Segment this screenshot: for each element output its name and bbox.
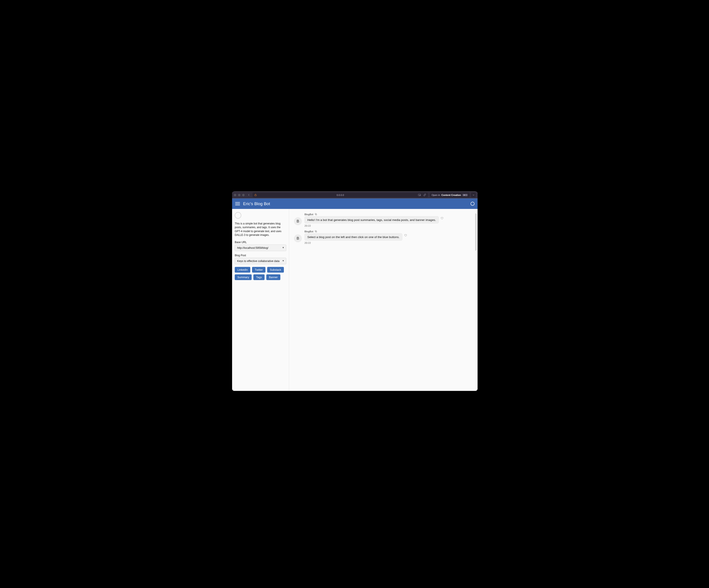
app-title: Eric's Blog Bot xyxy=(243,201,270,206)
menu-icon[interactable] xyxy=(235,201,240,206)
copy-icon[interactable] xyxy=(315,213,317,216)
sidebar-description: This is a simple bot that generates blog… xyxy=(235,222,286,237)
message-bubble: Select a blog post on the left and then … xyxy=(305,233,402,241)
url-text: 0.0.0.0 xyxy=(337,194,344,196)
status-ring-icon[interactable] xyxy=(471,202,474,206)
minimize-dot-icon[interactable] xyxy=(238,194,240,196)
base-url-select[interactable]: http://localhost:5959/blog/ xyxy=(235,245,286,251)
os-titlebar: 0.0.0.0 Open in Content Creation ⌘O xyxy=(232,191,478,199)
heart-icon[interactable] xyxy=(441,217,443,220)
window-controls[interactable] xyxy=(234,194,244,196)
zoom-dot-icon[interactable] xyxy=(242,194,244,196)
open-in-prefix: Open in xyxy=(431,194,440,196)
url-box[interactable]: 0.0.0.0 xyxy=(253,193,428,198)
back-button[interactable] xyxy=(247,194,250,197)
close-dot-icon[interactable] xyxy=(234,194,236,196)
link-icon[interactable] xyxy=(423,194,426,197)
open-in-dropdown[interactable] xyxy=(471,193,476,198)
chat-message: B BlogBot Select a blog post on the left… xyxy=(294,230,473,244)
chat-panel: B BlogBot Hello! I'm a bot that generate… xyxy=(289,209,478,391)
app-window: 0.0.0.0 Open in Content Creation ⌘O xyxy=(232,191,478,391)
message-author: BlogBot xyxy=(305,213,313,216)
insecure-lock-icon xyxy=(254,194,257,196)
scrollbar[interactable] xyxy=(475,213,477,251)
sidebar-avatar-icon xyxy=(235,212,241,219)
summary-button[interactable]: Summary xyxy=(235,274,252,280)
svg-rect-0 xyxy=(255,195,257,196)
message-avatar: B xyxy=(294,218,302,225)
tags-button[interactable]: Tags xyxy=(253,274,264,280)
sidebar: This is a simple bot that generates blog… xyxy=(232,209,289,391)
blog-post-select[interactable]: Keys to effective collaborative data sci… xyxy=(235,258,286,264)
message-time: 20:22 xyxy=(305,225,443,227)
copy-icon[interactable] xyxy=(315,230,317,233)
message-time: 20:22 xyxy=(305,241,407,244)
substack-button[interactable]: Substack xyxy=(267,267,284,273)
blog-post-label: Blog Post xyxy=(235,254,286,257)
svg-rect-2 xyxy=(419,195,420,196)
open-in-target: Content Creation xyxy=(441,194,461,196)
message-bubble: Hello! I'm a bot that generates blog pos… xyxy=(305,216,439,224)
base-url-label: Base URL xyxy=(235,240,286,244)
linkedin-button[interactable]: LinkedIn xyxy=(235,267,250,273)
banner-button[interactable]: Banner xyxy=(266,274,280,280)
app-body: This is a simple bot that generates blog… xyxy=(232,209,478,391)
picture-in-picture-icon[interactable] xyxy=(418,194,421,197)
app-header: Eric's Blog Bot xyxy=(232,199,478,209)
open-in-shortcut: ⌘O xyxy=(462,194,468,196)
message-author: BlogBot xyxy=(305,230,313,233)
twitter-button[interactable]: Twitter xyxy=(252,267,265,273)
heart-icon[interactable] xyxy=(404,234,407,237)
message-avatar: B xyxy=(294,234,302,242)
open-in-button[interactable]: Open in Content Creation ⌘O xyxy=(430,193,470,198)
chat-message: B BlogBot Hello! I'm a bot that generate… xyxy=(294,213,473,227)
